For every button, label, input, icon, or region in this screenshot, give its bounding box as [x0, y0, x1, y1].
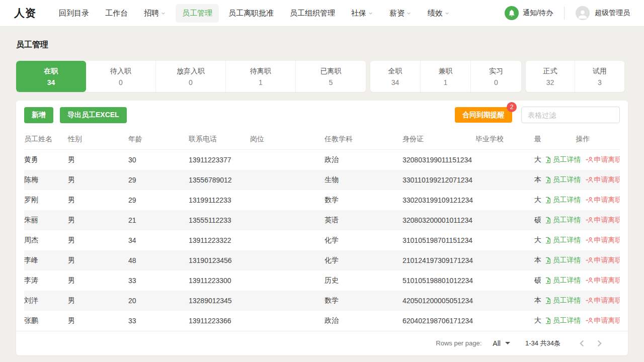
- employee-detail-link[interactable]: 员工详情: [546, 236, 581, 245]
- reminder-count-badge: 2: [507, 102, 517, 112]
- nav-item-员工离职批准[interactable]: 员工离职批准: [222, 4, 280, 23]
- cell-subject: 数学: [325, 190, 403, 210]
- table-row: 李涛男3313911223300历史510105198801012234硕员工详…: [24, 270, 620, 291]
- app-logo: 人资: [14, 6, 36, 20]
- employee-detail-link[interactable]: 员工详情: [546, 155, 581, 164]
- tab-在职[interactable]: 在职34: [16, 61, 86, 92]
- cell-id_card: 510105198801012234: [403, 270, 475, 291]
- contract-expiry-reminder-button[interactable]: 合同到期提醒 2: [455, 107, 512, 123]
- person-minus-icon: [586, 297, 593, 304]
- employee-detail-icon: [546, 196, 552, 204]
- cell-post: [250, 210, 325, 230]
- tab-count: 34: [47, 78, 55, 86]
- add-employee-button[interactable]: 新增: [24, 107, 53, 123]
- employee-detail-icon: [546, 236, 552, 244]
- pagination-range: 1-34 共34条: [525, 339, 560, 348]
- cell-degree: 本: [534, 170, 546, 190]
- column-header: 身份证: [403, 129, 475, 149]
- apply-resign-link[interactable]: 申请离职: [586, 216, 620, 225]
- apply-resign-link[interactable]: 申请离职: [586, 196, 620, 205]
- table-row: 陈梅男2913556789012生物330110199212071234本员工详…: [24, 170, 620, 190]
- apply-resign-link[interactable]: 申请离职: [586, 316, 620, 325]
- nav-item-label: 工作台: [105, 9, 128, 18]
- cell-age: 33: [128, 270, 189, 291]
- tab-待入职[interactable]: 待入职0: [86, 61, 156, 92]
- cell-gender: 男: [68, 270, 128, 291]
- tab-已离职[interactable]: 已离职5: [296, 61, 366, 92]
- nav-item-员工组织管理[interactable]: 员工组织管理: [283, 4, 342, 23]
- column-header: 毕业学校: [475, 129, 534, 149]
- cell-gender: 男: [68, 230, 128, 250]
- tab-label: 放弃入职: [177, 67, 205, 76]
- cell-id_card: 420501200005051234: [403, 291, 475, 311]
- employee-detail-icon: [546, 297, 552, 305]
- previous-page-button[interactable]: [574, 335, 591, 352]
- apply-resign-link[interactable]: 申请离职: [586, 236, 620, 245]
- employee-detail-link[interactable]: 员工详情: [546, 216, 581, 225]
- user-menu[interactable]: 超级管理员: [576, 6, 630, 20]
- employee-detail-link-label: 员工详情: [553, 316, 581, 325]
- tab-实习[interactable]: 实习0: [471, 61, 521, 92]
- nav-item-社保[interactable]: 社保: [345, 4, 380, 23]
- nav-item-回到目录[interactable]: 回到目录: [52, 4, 96, 23]
- employee-detail-link[interactable]: 员工详情: [546, 276, 581, 285]
- employee-detail-link-label: 员工详情: [553, 276, 581, 285]
- cell-school: [475, 149, 534, 170]
- nav-item-工作台[interactable]: 工作台: [99, 4, 134, 23]
- nav-item-员工管理[interactable]: 员工管理: [176, 4, 219, 23]
- cell-degree: 本: [534, 291, 546, 311]
- cell-school: [475, 250, 534, 270]
- nav-item-label: 绩效: [428, 9, 443, 18]
- column-header: 最: [534, 129, 546, 149]
- employee-detail-link-label: 员工详情: [553, 236, 581, 245]
- nav-item-绩效[interactable]: 绩效: [421, 4, 456, 23]
- nav-item-label: 薪资: [389, 9, 405, 18]
- employee-detail-link[interactable]: 员工详情: [546, 296, 581, 305]
- cell-phone: 13911223300: [189, 270, 250, 291]
- employee-table: 员工姓名性别年龄联系电话岗位任教学科身份证毕业学校最操作 黄勇男30139112…: [24, 129, 620, 331]
- apply-resign-link[interactable]: 申请离职: [586, 296, 620, 305]
- rows-per-page-select[interactable]: All: [493, 339, 510, 347]
- cell-subject: 数学: [325, 291, 403, 311]
- tab-试用[interactable]: 试用3: [575, 61, 624, 92]
- apply-resign-link-label: 申请离职: [594, 155, 620, 164]
- notifications-button[interactable]: 通知/待办: [505, 6, 553, 20]
- export-excel-button[interactable]: 导出员工EXCEL: [60, 107, 127, 123]
- apply-resign-link[interactable]: 申请离职: [586, 155, 620, 164]
- cell-gender: 男: [68, 210, 128, 230]
- cell-gender: 男: [68, 149, 128, 170]
- cell-name: 李峰: [24, 250, 68, 270]
- tab-放弃入职[interactable]: 放弃入职0: [156, 61, 226, 92]
- cell-name: 罗刚: [24, 190, 68, 210]
- table-filter-input[interactable]: [521, 107, 620, 123]
- column-header: 任教学科: [325, 129, 403, 149]
- tab-待离职[interactable]: 待离职1: [226, 61, 296, 92]
- cell-subject: 历史: [325, 270, 403, 291]
- bell-icon: [505, 6, 519, 20]
- next-page-button[interactable]: [591, 335, 608, 352]
- cell-id_card: 330203199109121234: [403, 190, 475, 210]
- apply-resign-link[interactable]: 申请离职: [586, 256, 620, 265]
- nav-item-招聘[interactable]: 招聘: [137, 4, 173, 23]
- tab-count: 32: [546, 78, 554, 86]
- nav-item-薪资[interactable]: 薪资: [383, 4, 418, 23]
- cell-phone: 13911223366: [189, 311, 250, 331]
- tab-count: 5: [329, 78, 333, 86]
- tab-兼职[interactable]: 兼职1: [421, 61, 471, 92]
- employee-detail-link[interactable]: 员工详情: [546, 175, 581, 185]
- table-row: 罗刚男2913199112233数学330203199109121234大员工详…: [24, 190, 620, 210]
- cell-gender: 男: [68, 170, 128, 190]
- employee-detail-link[interactable]: 员工详情: [546, 316, 581, 325]
- cell-school: [475, 291, 534, 311]
- cell-degree: 大: [534, 311, 546, 331]
- employee-table-card: 新增 导出员工EXCEL 合同到期提醒 2 员工姓名性别年龄联系电话岗位任教学科…: [16, 101, 628, 355]
- employee-detail-link[interactable]: 员工详情: [546, 196, 581, 205]
- tab-count: 0: [119, 78, 123, 86]
- employee-detail-link[interactable]: 员工详情: [546, 256, 581, 265]
- apply-resign-link[interactable]: 申请离职: [586, 175, 620, 185]
- tab-全职[interactable]: 全职34: [370, 61, 421, 92]
- tab-正式[interactable]: 正式32: [526, 61, 575, 92]
- apply-resign-link[interactable]: 申请离职: [586, 276, 620, 285]
- cell-age: 29: [128, 170, 189, 190]
- cell-actions: 员工详情申请离职: [546, 230, 620, 250]
